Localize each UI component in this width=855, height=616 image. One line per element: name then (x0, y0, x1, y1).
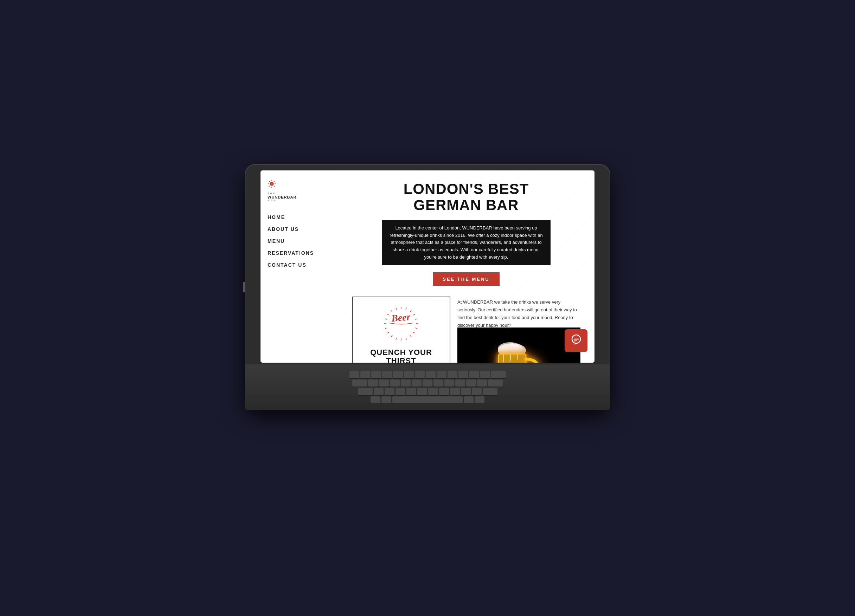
key-row-2 (352, 379, 503, 387)
right-content: At WUNDERBAR we take the drinks we serve… (457, 297, 581, 363)
svg-line-26 (385, 319, 387, 319)
svg-line-19 (406, 338, 406, 340)
svg-line-29 (396, 307, 397, 310)
chat-button[interactable] (565, 329, 587, 352)
key-row-1 (349, 371, 506, 378)
hero-title: LONDON'S BEST GERMAN BAR (352, 181, 581, 213)
keyboard (245, 364, 610, 410)
beer-mug-image (457, 327, 581, 362)
nav-link-contact[interactable]: CONTACT US (268, 261, 331, 269)
svg-line-18 (410, 335, 411, 337)
tablet-body: THE WUNDERBAR BAR HOME A (245, 164, 610, 410)
sidebar: THE WUNDERBAR BAR HOME A (260, 170, 338, 363)
nav-item-about[interactable]: ABOUT US (268, 225, 331, 233)
device-wrapper: THE WUNDERBAR BAR HOME A (234, 164, 621, 452)
side-indicator (243, 282, 245, 292)
nav-item-contact[interactable]: CONTACT US (268, 261, 331, 269)
chat-icon (571, 334, 581, 347)
svg-line-23 (388, 332, 389, 333)
svg-line-1 (274, 181, 274, 182)
svg-line-28 (391, 310, 392, 312)
svg-text:Beer: Beer (391, 311, 411, 324)
svg-line-22 (391, 335, 392, 337)
key-row-4 (371, 396, 484, 404)
beer-promo-card: Beer QUENCH YOUR THIRST 1+1 FROM 6P (352, 297, 450, 363)
nav-item-menu[interactable]: MENU (268, 237, 331, 245)
bottom-section: Beer QUENCH YOUR THIRST 1+1 FROM 6P (352, 297, 581, 363)
nav-link-home[interactable]: HOME (268, 213, 331, 222)
logo-area: THE WUNDERBAR BAR (268, 179, 331, 203)
nav-link-menu[interactable]: MENU (268, 237, 331, 245)
key-row-3 (358, 388, 498, 395)
neon-beer-mug-svg (475, 331, 563, 362)
see-menu-button[interactable]: SEE THE MENU (433, 272, 500, 286)
nav-link-about[interactable]: ABOUT US (268, 225, 331, 233)
logo-icon (268, 179, 282, 190)
svg-line-13 (413, 314, 415, 315)
main-content: LONDON'S BEST GERMAN BAR Located in the … (338, 170, 595, 363)
svg-line-14 (415, 319, 417, 319)
website: THE WUNDERBAR BAR HOME A (260, 170, 595, 363)
beer-logo-svg: Beer (378, 306, 424, 341)
tablet-frame: THE WUNDERBAR BAR HOME A (234, 164, 621, 452)
beer-card-title: QUENCH YOUR THIRST (360, 348, 443, 363)
svg-line-24 (385, 328, 387, 329)
svg-line-16 (415, 328, 417, 329)
svg-point-9 (271, 182, 273, 185)
hero-description: Located in the center of London, WUNDERB… (382, 220, 550, 265)
svg-line-27 (388, 314, 389, 315)
nav-item-home[interactable]: HOME (268, 213, 331, 222)
svg-point-33 (508, 344, 519, 352)
beer-logo-area: Beer (360, 304, 443, 343)
svg-line-5 (269, 185, 270, 186)
svg-line-17 (413, 332, 415, 333)
svg-point-34 (501, 346, 509, 353)
bar-description: At WUNDERBAR we take the drinks we serve… (457, 297, 581, 329)
svg-line-3 (274, 185, 274, 186)
screen-bezel: THE WUNDERBAR BAR HOME A (260, 170, 595, 363)
main-nav: HOME ABOUT US MENU RESERVATIONS (268, 213, 331, 269)
logo-brand: THE WUNDERBAR BAR (268, 192, 331, 203)
nav-item-reservations[interactable]: RESERVATIONS (268, 249, 331, 257)
nav-link-reservations[interactable]: RESERVATIONS (268, 249, 331, 257)
svg-line-21 (396, 338, 397, 340)
svg-line-11 (406, 307, 406, 310)
svg-line-12 (410, 310, 411, 312)
svg-line-7 (269, 181, 270, 182)
